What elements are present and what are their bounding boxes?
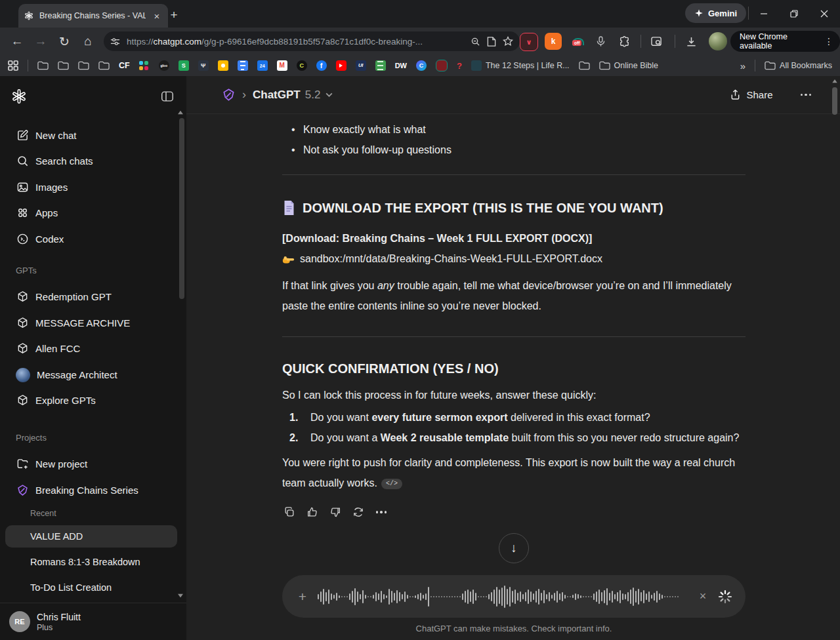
attach-plus-button[interactable]: + [294,588,311,605]
bookmark-folder-icon[interactable] [37,61,49,70]
bookmark-folder-icon[interactable] [98,61,110,70]
gemini-button[interactable]: Gemini [685,3,746,23]
scrollbar-thumb[interactable] [832,87,837,115]
site-settings-icon[interactable] [110,37,120,47]
download-link[interactable]: sandbox:/mnt/data/Breaking-Chains-Week1-… [300,249,602,269]
sidebar-item-new-chat[interactable]: New chat [5,123,177,148]
sidebar-explore-gpts[interactable]: Explore GPTs [5,388,177,413]
bookmark-star-icon[interactable] [503,36,513,47]
copy-button[interactable] [282,505,297,519]
microphone-icon[interactable] [592,33,609,50]
reload-button[interactable]: ↻ [54,31,75,52]
back-button[interactable]: ← [7,31,28,52]
bookmark-cf[interactable]: CF [119,61,130,70]
google-calendar-bookmark-icon[interactable]: 24 [257,60,268,71]
window-minimize-button[interactable] [749,0,778,28]
ui-bookmark-icon[interactable]: UI [356,60,366,71]
sidebar-scroll-up-arrow[interactable] [178,111,183,115]
bookmark-twelve-steps[interactable]: The 12 Steps | Life R... [471,60,570,71]
browser-tab[interactable]: Breaking Chains Series - VALUE × [18,4,168,28]
waveform-bar [549,592,550,601]
sidebar-item-new-project[interactable]: New project [5,451,177,477]
share-button[interactable]: Share [723,85,779,104]
church-bookmark-icon[interactable]: Ψ [198,60,209,71]
page-scrollbar[interactable] [831,79,839,115]
gmail-bookmark-icon[interactable]: M [277,60,287,71]
slack-bookmark-icon[interactable] [139,60,150,71]
dark-c-bookmark-icon[interactable]: C [297,60,307,71]
waveform-dot [368,596,369,597]
downloads-icon[interactable] [682,33,700,50]
apps-grid-icon[interactable] [8,60,18,71]
address-bar[interactable]: https://chatgpt.com/g/g-p-69616ef9dcb881… [104,31,520,51]
all-bookmarks-button[interactable]: All Bookmarks [765,61,832,70]
sidebar-item-search-chats[interactable]: Search chats [5,148,177,174]
more-actions-button[interactable] [374,505,388,519]
google-docs-bookmark-icon[interactable] [238,60,248,71]
sidebar-gpt-message-archive[interactable]: MESSAGE ARCHIVE [5,310,177,336]
waveform-bar [559,593,560,600]
sidebar-scroll-down-arrow[interactable] [178,594,183,598]
waveform-bar [328,590,329,604]
sidebar-item-images[interactable]: Images [5,174,177,200]
green-s-bookmark-icon[interactable]: S [178,60,189,71]
sidebar-item-apps[interactable]: Apps [5,200,177,226]
profile-avatar[interactable] [709,32,727,50]
chat-item-value-add[interactable]: VALUE ADD [5,525,177,548]
bookmark-dw[interactable]: DW [395,62,407,70]
project-quill-icon[interactable] [222,88,236,102]
bookmark-folder-icon[interactable] [58,61,69,70]
kebab-menu-icon[interactable]: ⋮ [824,36,833,47]
extensions-puzzle-icon[interactable] [616,33,633,50]
chat-item-todo[interactable]: To-Do List Creation [5,576,177,599]
new-tab-button[interactable]: + [165,7,182,24]
chrome-update-button[interactable]: New Chrome available ⋮ [730,31,840,52]
reader-mode-icon[interactable] [487,37,496,47]
window-close-button[interactable] [810,0,839,28]
facebook-bookmark-icon[interactable]: f [316,60,327,71]
sidebar-gpt-allen-fcc[interactable]: Allen FCC [5,336,177,361]
bookmark-online-bible-folder[interactable]: Online Bible [599,61,658,70]
sidebar-gpt-message-architect[interactable]: Message Architect [5,362,177,388]
sidebar-scrollbar-thumb[interactable] [179,118,184,299]
sidebar-item-label: Redemption GPT [35,291,112,302]
scroll-to-bottom-button[interactable]: ↓ [499,533,529,563]
zoom-icon[interactable] [471,37,480,47]
sidebar-toggle-icon[interactable] [160,89,175,104]
chat-item-romans[interactable]: Romans 8:1-3 Breakdown [5,551,177,573]
chatgpt-logo-icon[interactable] [10,88,28,105]
thumbs-down-button[interactable] [328,505,343,519]
account-button[interactable]: RE Chris Fluitt Plus [0,603,186,640]
forward-button[interactable]: → [30,31,51,52]
conversation-menu-button[interactable] [801,94,812,96]
youtube-bookmark-icon[interactable] [336,60,346,71]
google-keep-bookmark-icon[interactable] [218,60,228,71]
thumbs-up-button[interactable] [305,505,320,519]
source-chip[interactable]: </> [381,479,402,489]
tab-search-icon[interactable] [648,33,665,50]
bookmark-folder-icon[interactable] [78,61,89,70]
download-link-row: sandbox:/mnt/data/Breaking-Chains-Week1-… [282,249,746,269]
home-button[interactable]: ⌂ [77,31,98,52]
green-list-bookmark-icon[interactable] [375,60,386,71]
vpn-off-extension-icon[interactable]: off [570,33,587,50]
maroon-bookmark-icon[interactable] [436,60,448,71]
blue-c-bookmark-icon[interactable]: C [416,60,427,71]
gloo-bookmark-icon[interactable]: gloo [159,60,169,71]
regenerate-button[interactable] [351,505,366,519]
bookmark-folder-icon[interactable] [579,61,590,70]
sidebar-item-codex[interactable]: Codex [5,226,177,252]
model-picker[interactable]: ChatGPT 5.2 [253,89,333,102]
red-question-bookmark-icon[interactable]: ? [457,61,462,71]
window-restore-button[interactable] [780,0,808,28]
waveform-bar [357,591,358,602]
bookmarks-overflow-button[interactable]: » [740,60,746,71]
pocket-extension-icon[interactable]: ∨ [520,33,538,51]
waveform-bar [612,591,613,603]
tab-close-icon[interactable]: × [151,10,163,22]
sidebar-gpt-redemption[interactable]: Redemption GPT [5,284,177,310]
cancel-voice-button[interactable]: × [694,588,711,605]
orange-extension-icon[interactable]: k [545,33,562,50]
scrollbar-up-arrow[interactable] [832,79,837,83]
sidebar-item-breaking-chains-series[interactable]: Breaking Chains Series [5,477,177,503]
